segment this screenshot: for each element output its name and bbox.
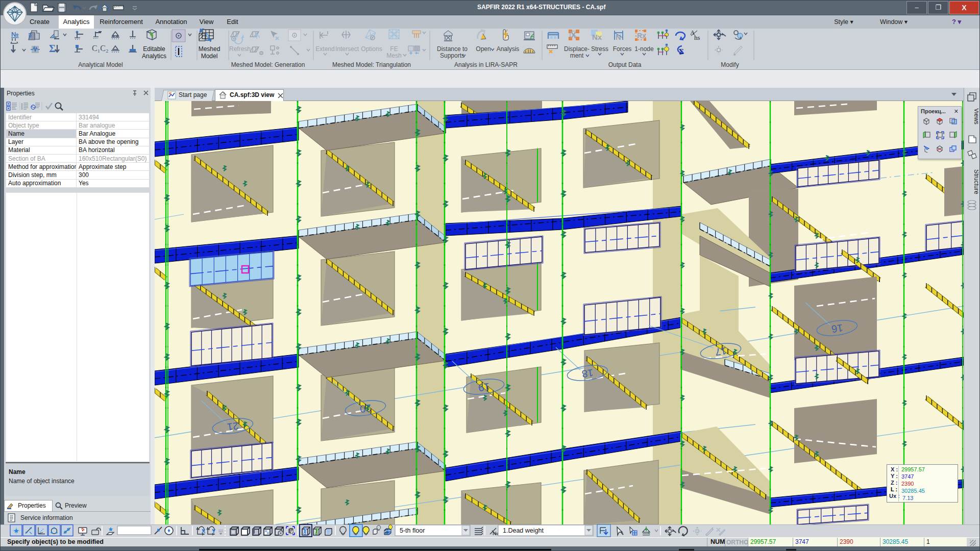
svg-text:1.Dead weight: 1.Dead weight	[503, 527, 544, 534]
svg-text:X: X	[202, 528, 206, 534]
svg-text:5-th floor: 5-th floor	[400, 527, 425, 534]
svg-text:Y: Y	[212, 528, 216, 534]
svg-text:№: №	[493, 531, 498, 536]
